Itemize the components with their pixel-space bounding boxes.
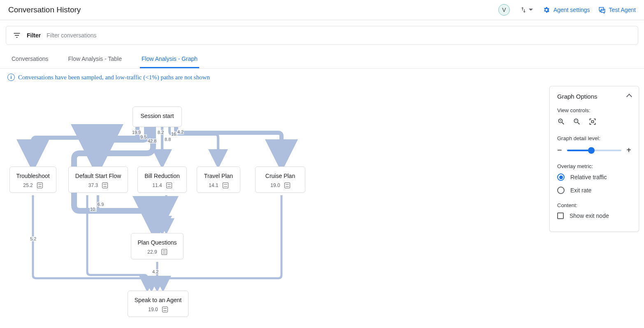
- node-meta: 25.2: [14, 182, 52, 188]
- info-icon: i: [7, 74, 15, 81]
- page-title: Conversation History: [8, 5, 81, 14]
- edge-label: 9.5: [140, 134, 147, 139]
- node-meta: 37.3: [73, 182, 123, 188]
- tab-bar: Conversations Flow Analysis - Table Flow…: [0, 51, 644, 69]
- filter-label: Filter: [27, 32, 41, 39]
- panel-title: Graph Options: [557, 93, 598, 100]
- graph-canvas-wrap: Session startTroubleshoot25.2Default Sta…: [0, 86, 644, 328]
- user-avatar[interactable]: V: [498, 4, 510, 16]
- gear-icon: [543, 6, 550, 14]
- flow-node-cruise-plan[interactable]: Cruise Plan19.0: [255, 166, 305, 193]
- list-icon: [284, 182, 290, 188]
- detail-decrease[interactable]: −: [557, 146, 562, 155]
- node-meta: 11.4: [142, 182, 182, 188]
- filter-bar[interactable]: Filter Filter conversations: [6, 26, 638, 45]
- node-value: 19.0: [270, 182, 280, 188]
- tab-flow-graph[interactable]: Flow Analysis - Graph: [140, 51, 199, 68]
- node-meta: 19.0: [260, 182, 301, 188]
- chat-icon: [598, 6, 606, 14]
- overlay-label: Overlay metric:: [557, 163, 631, 169]
- info-banner: i Conversations have been sampled, and l…: [0, 69, 644, 86]
- content-label: Content:: [557, 202, 631, 208]
- flow-canvas[interactable]: Session startTroubleshoot25.2Default Sta…: [0, 86, 313, 328]
- node-value: 22.9: [147, 249, 157, 255]
- overlay-exit-rate[interactable]: Exit rate: [557, 187, 631, 194]
- edge-label: 5.2: [30, 236, 37, 241]
- node-value: 11.4: [152, 182, 162, 188]
- list-icon: [102, 182, 108, 188]
- collapse-icon[interactable]: [626, 93, 632, 99]
- detail-label: Graph detail level:: [557, 135, 631, 141]
- list-icon: [162, 307, 168, 312]
- flow-node-plan-questions[interactable]: Plan Questions22.9: [131, 233, 184, 259]
- radio-checked-icon: [557, 173, 565, 181]
- swap-vert-icon: [520, 6, 527, 14]
- list-icon: [37, 182, 43, 188]
- sort-dropdown[interactable]: [518, 5, 535, 15]
- node-value: 19.0: [148, 307, 158, 312]
- tab-flow-table[interactable]: Flow Analysis - Table: [67, 51, 123, 68]
- node-title: Session start: [137, 113, 177, 119]
- graph-options-panel: Graph Options View controls: Graph detai…: [549, 86, 639, 232]
- list-icon: [223, 182, 228, 188]
- node-meta: 22.9: [135, 249, 179, 255]
- test-agent-button[interactable]: Test Agent: [598, 6, 636, 14]
- node-title: Speak to an Agent: [132, 297, 184, 303]
- edge-label: 6.9: [97, 202, 104, 207]
- checkbox-unchecked-icon: [557, 213, 564, 219]
- node-title: Bill Reduction: [142, 173, 182, 179]
- flow-node-troubleshoot[interactable]: Troubleshoot25.2: [9, 166, 56, 193]
- edge-label: 4.2: [177, 129, 184, 134]
- flow-node-bill-reduction[interactable]: Bill Reduction11.4: [137, 166, 187, 193]
- flow-node-default-start[interactable]: Default Start Flow37.3: [68, 166, 128, 193]
- node-value: 37.3: [88, 182, 98, 188]
- node-title: Troubleshoot: [14, 173, 52, 179]
- overlay-relative-traffic[interactable]: Relative traffic: [557, 173, 631, 181]
- view-controls-label: View controls:: [557, 107, 631, 113]
- node-title: Plan Questions: [135, 239, 179, 246]
- list-icon: [166, 182, 172, 188]
- page-header: Conversation History V Agent settings Te…: [0, 0, 644, 20]
- show-exit-node-checkbox[interactable]: Show exit node: [557, 213, 631, 219]
- radio-unchecked-icon: [557, 187, 565, 194]
- node-value: 25.2: [23, 182, 33, 188]
- edge-label: 8.8: [164, 137, 171, 142]
- node-title: Cruise Plan: [260, 173, 301, 179]
- caret-down-icon: [529, 8, 533, 12]
- node-title: Default Start Flow: [73, 173, 123, 179]
- flow-node-session-start[interactable]: Session start: [133, 106, 182, 127]
- zoom-out-button[interactable]: [573, 118, 581, 127]
- zoom-in-button[interactable]: [557, 118, 565, 127]
- edge-label: 10.: [90, 207, 97, 212]
- node-value: 14.1: [209, 182, 218, 188]
- node-meta: 19.0: [132, 307, 184, 312]
- filter-icon: [13, 31, 21, 39]
- detail-increase[interactable]: +: [626, 146, 631, 155]
- header-actions: V Agent settings Test Agent: [498, 4, 636, 16]
- edge-label: 4.2: [152, 269, 159, 274]
- node-meta: 14.1: [201, 182, 236, 188]
- fit-screen-button[interactable]: [588, 118, 597, 127]
- filter-input[interactable]: Filter conversations: [46, 32, 96, 39]
- detail-slider[interactable]: [567, 150, 622, 151]
- list-icon: [161, 249, 167, 255]
- tab-conversations[interactable]: Conversations: [10, 51, 50, 68]
- edge-label: 8.2: [157, 130, 164, 135]
- flow-node-travel-plan[interactable]: Travel Plan14.1: [197, 166, 240, 193]
- flow-node-speak-agent[interactable]: Speak to an Agent19.0: [128, 291, 188, 317]
- agent-settings-button[interactable]: Agent settings: [543, 6, 590, 14]
- edge-label: 42.8: [147, 139, 157, 143]
- info-text: Conversations have been sampled, and low…: [18, 74, 210, 81]
- node-title: Travel Plan: [201, 173, 236, 179]
